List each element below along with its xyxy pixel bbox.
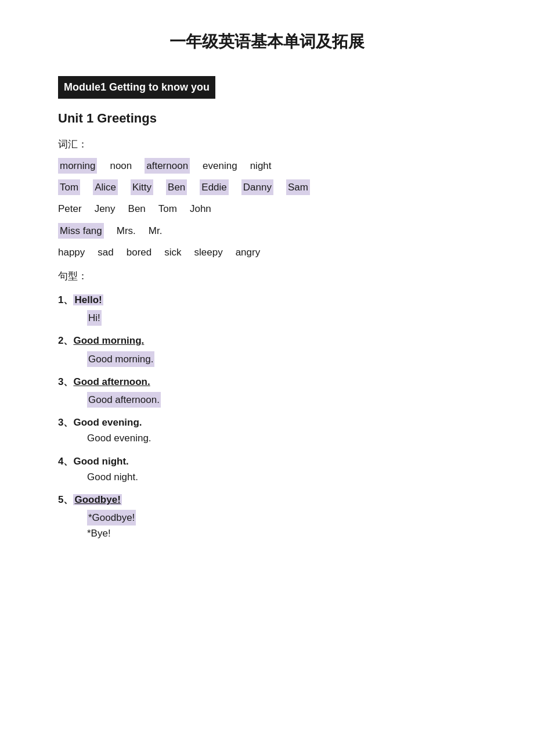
sentence-number: 4、 [58,456,73,467]
vocab-row: morningnoonafternooneveningnight [58,158,476,174]
sentence-response-text: Good morning. [87,351,154,367]
sentence-number: 3、 [58,417,73,428]
sentence-number: 5、 [58,494,73,505]
sentence-section-label: 句型： [58,268,476,284]
sentence-response-text: Good afternoon. [87,392,161,408]
vocab-rows-container: morningnoonafternooneveningnightTomAlice… [58,158,476,260]
sentence-item: 5、Goodbye!*Goodbye!*Bye! [58,492,476,542]
sentence-extra: *Bye! [58,525,476,541]
sentence-response: Good afternoon. [58,390,476,408]
sentence-number: 1、 [58,294,73,305]
vocab-word: Ben [128,201,146,217]
vocab-word: noon [110,158,132,174]
sentence-main-line: 4、Good night. [58,453,476,469]
sentence-response-text: Good night. [87,471,138,483]
vocab-word: Tom [58,179,80,195]
vocab-word: angry [236,244,261,260]
vocab-row: Miss fangMrs.Mr. [58,223,476,239]
vocab-row: TomAliceKittyBenEddieDannySam [58,179,476,195]
vocab-word: Mr. [149,223,163,239]
unit-header: Unit 1 Greetings [58,108,476,128]
vocab-word: sick [164,244,181,260]
vocab-word: Miss fang [58,223,104,239]
sentence-main-text: Good evening. [73,417,142,428]
sentence-main-text: Good night. [73,456,128,467]
sentence-item: 3、Good evening.Good evening. [58,415,476,446]
module-header: Module1 Getting to know you [58,76,215,99]
sentence-main-line: 1、Hello! [58,292,476,308]
sentence-response-text: Good evening. [87,433,151,444]
sentence-item: 2、Good morning.Good morning. [58,333,476,366]
vocab-word: happy [58,244,85,260]
vocab-word: night [250,158,272,174]
sentence-item: 3、Good afternoon.Good afternoon. [58,374,476,408]
sentence-response: Good evening. [58,430,476,446]
vocab-word: Ben [166,179,187,195]
sentence-response: Good morning. [58,349,476,367]
sentence-main-line: 5、Goodbye! [58,492,476,507]
sentence-response-text: Hi! [87,310,102,326]
vocab-row: happysadboredsicksleepyangry [58,244,476,260]
sentence-item: 4、Good night.Good night. [58,453,476,485]
sentence-number: 3、 [58,376,73,387]
sentence-main-line: 2、Good morning. [58,333,476,348]
vocab-word: morning [58,158,97,174]
vocab-word: Eddie [200,179,228,195]
vocab-word: Sam [286,179,310,195]
sentence-response-text: *Goodbye! [87,510,136,525]
vocab-word: afternoon [145,158,190,174]
sentence-main-text: Goodbye! [73,494,121,505]
sentence-main-line: 3、Good afternoon. [58,374,476,390]
vocab-section-label: 词汇： [58,136,476,152]
vocab-word: Jeny [95,201,116,217]
sentence-item: 1、Hello!Hi! [58,292,476,326]
sentences-container: 1、Hello!Hi!2、Good morning.Good morning.3… [58,292,476,541]
vocab-word: Peter [58,201,82,217]
sentence-main-text: Hello! [73,294,103,305]
vocab-word: evening [203,158,237,174]
vocab-word: Kitty [131,179,153,195]
page-title: 一年级英语基本单词及拓展 [58,29,476,55]
vocab-word: Mrs. [117,223,136,239]
vocab-word: bored [127,244,151,260]
sentence-main-text: Good morning. [73,335,144,346]
sentence-extra-text: *Bye! [87,528,111,539]
sentence-number: 2、 [58,335,73,346]
vocab-word: sad [98,244,113,260]
sentence-main-text: Good afternoon. [73,376,150,387]
vocab-word: John [190,201,211,217]
vocab-word: Danny [241,179,273,195]
sentence-response: Good night. [58,469,476,485]
sentence-main-line: 3、Good evening. [58,415,476,430]
vocab-word: sleepy [194,244,223,260]
sentence-response: Hi! [58,308,476,326]
vocab-word: Tom [158,201,177,217]
vocab-row: PeterJenyBenTomJohn [58,201,476,217]
sentence-response: *Goodbye! [58,507,476,525]
vocab-word: Alice [93,179,118,195]
